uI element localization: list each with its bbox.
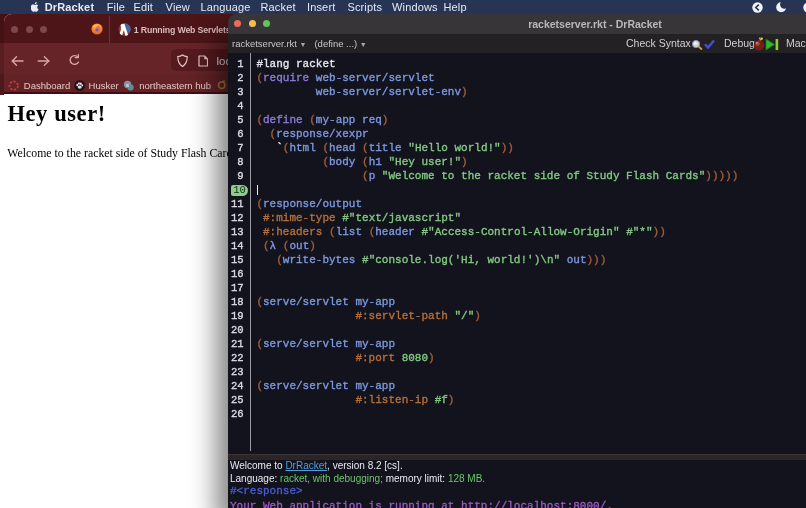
svg-text:s: s: [126, 81, 130, 88]
